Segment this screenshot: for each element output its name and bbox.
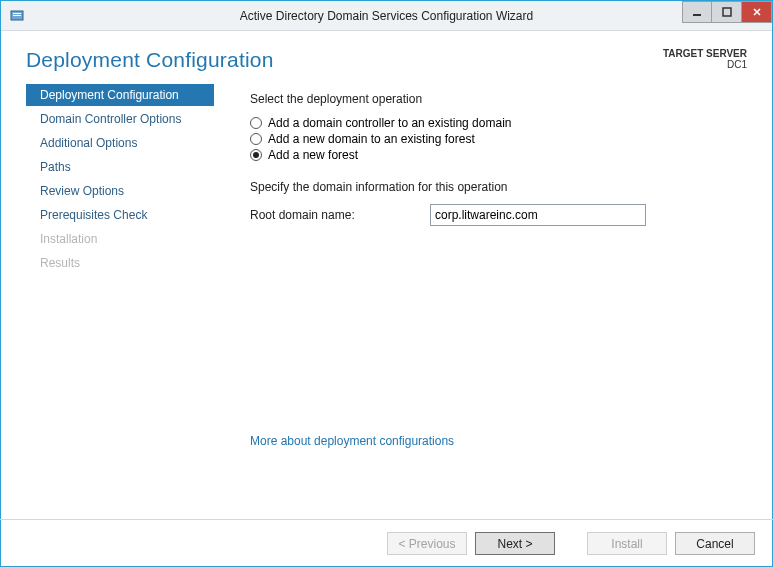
cancel-button[interactable]: Cancel xyxy=(675,532,755,555)
radio-add-domain-existing-forest[interactable]: Add a new domain to an existing forest xyxy=(250,132,747,146)
close-button[interactable] xyxy=(742,1,772,23)
nav-prerequisites-check[interactable]: Prerequisites Check xyxy=(26,204,214,226)
root-domain-name-label: Root domain name: xyxy=(250,208,430,222)
install-button: Install xyxy=(587,532,667,555)
svg-rect-2 xyxy=(13,15,21,16)
svg-rect-4 xyxy=(723,8,731,16)
root-domain-name-input[interactable] xyxy=(430,204,646,226)
window-titlebar[interactable]: Active Directory Domain Services Configu… xyxy=(1,1,772,31)
help-link-deployment-config[interactable]: More about deployment configurations xyxy=(250,434,454,448)
minimize-button[interactable] xyxy=(682,1,712,23)
radio-icon xyxy=(250,149,262,161)
app-icon xyxy=(9,8,25,24)
select-operation-label: Select the deployment operation xyxy=(250,92,747,106)
page-title: Deployment Configuration xyxy=(26,48,274,72)
target-server-info: TARGET SERVER DC1 xyxy=(663,48,747,70)
nav-review-options[interactable]: Review Options xyxy=(26,180,214,202)
radio-icon xyxy=(250,117,262,129)
specify-domain-label: Specify the domain information for this … xyxy=(250,180,747,194)
window-title: Active Directory Domain Services Configu… xyxy=(1,9,772,23)
svg-rect-3 xyxy=(693,14,701,16)
radio-add-dc-existing-domain[interactable]: Add a domain controller to an existing d… xyxy=(250,116,747,130)
wizard-main-panel: Select the deployment operation Add a do… xyxy=(230,78,773,519)
target-server-value: DC1 xyxy=(663,59,747,70)
nav-installation: Installation xyxy=(26,228,214,250)
radio-label: Add a new forest xyxy=(268,148,358,162)
nav-deployment-configuration[interactable]: Deployment Configuration xyxy=(26,84,214,106)
nav-results: Results xyxy=(26,252,214,274)
previous-button: < Previous xyxy=(387,532,467,555)
window-controls xyxy=(682,1,772,23)
next-button[interactable]: Next > xyxy=(475,532,555,555)
wizard-sidebar: Deployment Configuration Domain Controll… xyxy=(0,78,230,519)
nav-domain-controller-options[interactable]: Domain Controller Options xyxy=(26,108,214,130)
wizard-footer: < Previous Next > Install Cancel xyxy=(0,519,773,567)
target-server-label: TARGET SERVER xyxy=(663,48,747,59)
svg-rect-1 xyxy=(13,13,21,14)
maximize-button[interactable] xyxy=(712,1,742,23)
radio-add-new-forest[interactable]: Add a new forest xyxy=(250,148,747,162)
radio-label: Add a domain controller to an existing d… xyxy=(268,116,511,130)
nav-paths[interactable]: Paths xyxy=(26,156,214,178)
radio-label: Add a new domain to an existing forest xyxy=(268,132,475,146)
radio-icon xyxy=(250,133,262,145)
nav-additional-options[interactable]: Additional Options xyxy=(26,132,214,154)
